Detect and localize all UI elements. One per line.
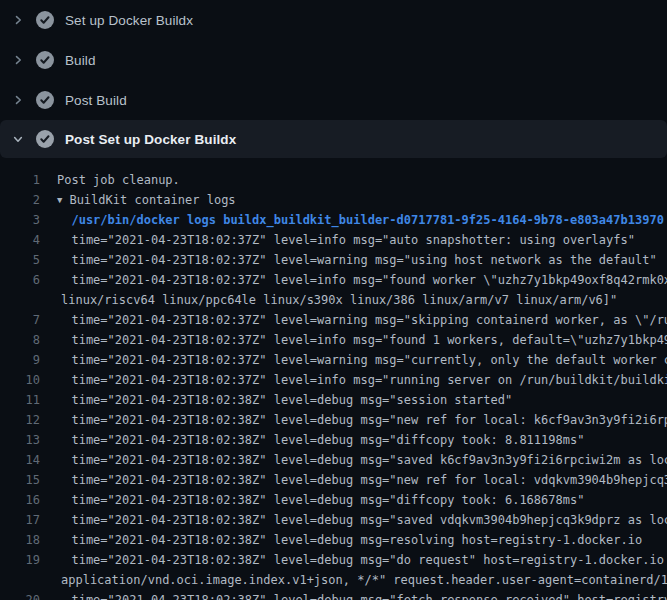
log-text: time="2021-04-23T18:02:37Z" level=info m…	[57, 270, 667, 290]
check-circle-icon	[36, 91, 54, 109]
line-number[interactable]: 18	[0, 530, 40, 550]
log-text: time="2021-04-23T18:02:37Z" level=info m…	[57, 230, 635, 250]
log-output: 1Post job cleanup.2▼BuildKit container l…	[0, 158, 667, 600]
check-circle-icon	[36, 130, 54, 148]
log-line: 3 /usr/bin/docker logs buildx_buildkit_b…	[0, 210, 667, 230]
line-number[interactable]: 8	[0, 330, 40, 350]
step-header-post-set-up-docker-buildx[interactable]: Post Set up Docker Buildx	[0, 120, 667, 158]
line-number[interactable]: 3	[0, 210, 40, 230]
log-text: time="2021-04-23T18:02:37Z" level=info m…	[57, 330, 667, 350]
line-number[interactable]: 16	[0, 490, 40, 510]
log-line: 17 time="2021-04-23T18:02:38Z" level=deb…	[0, 510, 667, 530]
step-header-set-up-docker-buildx[interactable]: Set up Docker Buildx	[0, 0, 667, 40]
line-number[interactable]: 2	[0, 190, 40, 210]
log-text: time="2021-04-23T18:02:37Z" level=warnin…	[57, 310, 667, 330]
line-number[interactable]: 15	[0, 470, 40, 490]
log-line: 11 time="2021-04-23T18:02:38Z" level=deb…	[0, 390, 667, 410]
step-header-post-build[interactable]: Post Build	[0, 80, 667, 120]
log-text: time="2021-04-23T18:02:37Z" level=info m…	[57, 370, 667, 390]
log-line: 16 time="2021-04-23T18:02:38Z" level=deb…	[0, 490, 667, 510]
log-text: time="2021-04-23T18:02:38Z" level=debug …	[57, 390, 512, 410]
chevron-down-icon	[11, 132, 25, 146]
line-number[interactable]: 9	[0, 350, 40, 370]
log-text: time="2021-04-23T18:02:38Z" level=debug …	[57, 530, 642, 550]
line-number[interactable]: 20	[0, 590, 40, 600]
log-line: 7 time="2021-04-23T18:02:37Z" level=warn…	[0, 310, 667, 330]
log-line: 12 time="2021-04-23T18:02:38Z" level=deb…	[0, 410, 667, 430]
step-label: Build	[65, 53, 96, 68]
step-label: Set up Docker Buildx	[65, 13, 193, 28]
log-text: time="2021-04-23T18:02:38Z" level=debug …	[57, 450, 667, 470]
log-text: application/vnd.oci.image.index.v1+json,…	[61, 570, 667, 590]
chevron-right-icon	[11, 53, 25, 67]
line-number[interactable]: 13	[0, 430, 40, 450]
step-header-build[interactable]: Build	[0, 40, 667, 80]
log-text: time="2021-04-23T18:02:38Z" level=debug …	[57, 470, 667, 490]
log-line: 10 time="2021-04-23T18:02:37Z" level=inf…	[0, 370, 667, 390]
log-line: 18 time="2021-04-23T18:02:38Z" level=deb…	[0, 530, 667, 550]
log-line: application/vnd.oci.image.index.v1+json,…	[0, 570, 667, 590]
log-text: ▼BuildKit container logs	[57, 190, 236, 210]
log-text: linux/riscv64 linux/ppc64le linux/s390x …	[61, 290, 617, 310]
check-circle-icon	[36, 11, 54, 29]
log-line: 20 time="2021-04-23T18:02:38Z" level=deb…	[0, 590, 667, 600]
step-label: Post Build	[65, 93, 127, 108]
line-number[interactable]: 19	[0, 550, 40, 570]
log-line: 14 time="2021-04-23T18:02:38Z" level=deb…	[0, 450, 667, 470]
log-line: 19 time="2021-04-23T18:02:38Z" level=deb…	[0, 550, 667, 570]
line-number	[0, 570, 40, 590]
log-line: 9 time="2021-04-23T18:02:37Z" level=warn…	[0, 350, 667, 370]
line-number	[0, 290, 40, 310]
log-text: time="2021-04-23T18:02:37Z" level=warnin…	[57, 350, 667, 370]
actions-log-viewer: Set up Docker Buildx Build Post Build Po…	[0, 0, 667, 600]
line-number[interactable]: 12	[0, 410, 40, 430]
command-log-text: /usr/bin/docker logs buildx_buildkit_bui…	[57, 210, 664, 230]
line-number[interactable]: 1	[0, 170, 40, 190]
line-number[interactable]: 17	[0, 510, 40, 530]
log-text: time="2021-04-23T18:02:37Z" level=warnin…	[57, 250, 657, 270]
log-line: 13 time="2021-04-23T18:02:38Z" level=deb…	[0, 430, 667, 450]
line-number[interactable]: 11	[0, 390, 40, 410]
log-text: time="2021-04-23T18:02:38Z" level=debug …	[57, 550, 667, 570]
line-number[interactable]: 4	[0, 230, 40, 250]
log-line: 5 time="2021-04-23T18:02:37Z" level=warn…	[0, 250, 667, 270]
log-line: 4 time="2021-04-23T18:02:37Z" level=info…	[0, 230, 667, 250]
chevron-right-icon	[11, 93, 25, 107]
line-number[interactable]: 10	[0, 370, 40, 390]
line-number[interactable]: 7	[0, 310, 40, 330]
log-line: linux/riscv64 linux/ppc64le linux/s390x …	[0, 290, 667, 310]
log-line: 1Post job cleanup.	[0, 170, 667, 190]
line-number[interactable]: 5	[0, 250, 40, 270]
log-text: time="2021-04-23T18:02:38Z" level=debug …	[57, 590, 667, 600]
group-collapse-triangle-icon[interactable]: ▼	[57, 190, 62, 210]
log-text: time="2021-04-23T18:02:38Z" level=debug …	[57, 490, 584, 510]
log-text: Post job cleanup.	[57, 170, 180, 190]
log-text: time="2021-04-23T18:02:38Z" level=debug …	[57, 430, 584, 450]
line-number[interactable]: 14	[0, 450, 40, 470]
line-number[interactable]: 6	[0, 270, 40, 290]
log-text: time="2021-04-23T18:02:38Z" level=debug …	[57, 510, 667, 530]
check-circle-icon	[36, 51, 54, 69]
log-text: time="2021-04-23T18:02:38Z" level=debug …	[57, 410, 667, 430]
log-line: 6 time="2021-04-23T18:02:37Z" level=info…	[0, 270, 667, 290]
log-line: 2▼BuildKit container logs	[0, 190, 667, 210]
log-line: 8 time="2021-04-23T18:02:37Z" level=info…	[0, 330, 667, 350]
chevron-right-icon	[11, 13, 25, 27]
log-line: 15 time="2021-04-23T18:02:38Z" level=deb…	[0, 470, 667, 490]
step-label: Post Set up Docker Buildx	[65, 132, 236, 147]
